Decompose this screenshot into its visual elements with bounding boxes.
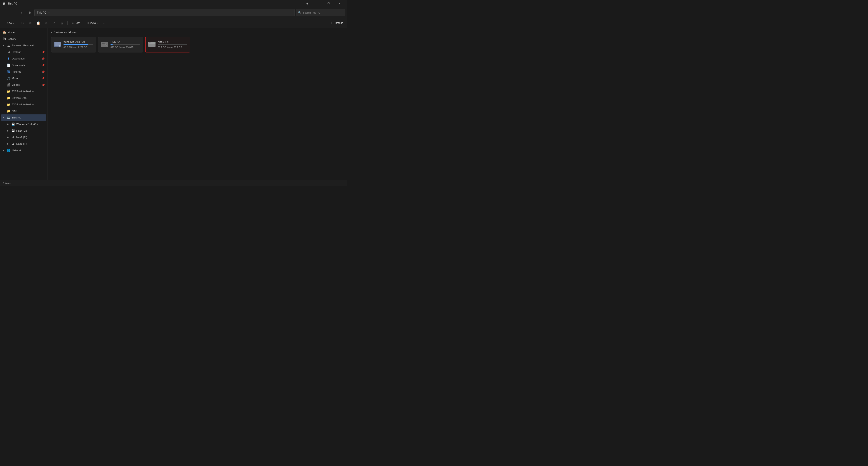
sidebar-item-nas1-f1[interactable]: ▶ 🖧 Nas1 (F:) xyxy=(1,134,46,141)
toolbar: + New ▾ ✂ ⧉ 📋 ✏ ↗ 🗑 ⇅ Sort ▾ ⊞ View ▾ … … xyxy=(0,18,347,28)
drive-icon-hdd-d xyxy=(101,41,108,48)
refresh-button[interactable]: ↻ xyxy=(26,9,33,16)
network-label: Network xyxy=(12,149,21,152)
sidebar-item-videos[interactable]: 🎬 Videos 📌 xyxy=(1,82,46,88)
sidebar-item-gallery[interactable]: 🖼 Gallery xyxy=(1,36,46,42)
new-tab-button[interactable]: + xyxy=(304,1,311,6)
more-label: … xyxy=(103,22,105,25)
svg-point-5 xyxy=(106,44,107,45)
sidebar-item-nas1-f2[interactable]: ▶ 🖧 Nas1 (F:) xyxy=(1,141,46,147)
progress-fill-hdd-d xyxy=(111,44,113,45)
folder-icon-shivankdan: 📁 xyxy=(7,96,10,100)
downloads-icon: ⬇ xyxy=(7,57,10,60)
maximize-button[interactable]: ❐ xyxy=(323,0,334,7)
drive-item-nas1-f[interactable]: Nas1 (F:) 58.1 GB free of 58.2 GB xyxy=(145,37,190,53)
details-button[interactable]: ⊟ Details xyxy=(329,19,345,27)
folder-label-ay25-2: AY25-WinterHolida... xyxy=(12,103,36,106)
documents-icon: 📄 xyxy=(7,63,10,67)
view-button[interactable]: ⊞ View ▾ xyxy=(84,19,100,27)
sidebar-item-ay25-2[interactable]: 📁 AY25-WinterHolida... xyxy=(1,101,46,107)
address-bar[interactable]: This PC > xyxy=(34,9,295,16)
window-controls: — ❐ ✕ xyxy=(312,0,344,7)
pin-icon-documents: 📌 xyxy=(42,64,44,66)
forward-button[interactable]: → xyxy=(10,9,17,16)
toolbar-sep-1 xyxy=(18,21,18,25)
share-button[interactable]: ↗ xyxy=(51,19,58,27)
music-icon: 🎵 xyxy=(7,76,10,80)
rename-button[interactable]: ✏ xyxy=(43,19,50,27)
progress-bar-windows-c xyxy=(64,44,93,45)
thispc-label: This PC xyxy=(12,116,21,119)
drive-name-hdd-d: HDD (D:) xyxy=(111,40,141,43)
home-label: Home xyxy=(8,31,15,34)
drive-item-windows-c[interactable]: Windows Disk (C:) 43.8 GB free of 237 GB xyxy=(51,37,96,53)
sidebar-item-nas[interactable]: 📁 NAS xyxy=(1,108,46,114)
downloads-label: Downloads xyxy=(12,57,25,60)
search-bar[interactable]: 🔍 Search This PC xyxy=(296,9,345,16)
more-button[interactable]: … xyxy=(101,19,108,27)
new-button[interactable]: + New ▾ xyxy=(2,19,16,27)
content-area: ▾ Devices and drives Windows Disk (C:) xyxy=(48,28,347,180)
sidebar-item-hdd-d[interactable]: ▶ 💾 HDD (D:) xyxy=(1,127,46,134)
drive-label-nas1-f1: Nas1 (F:) xyxy=(16,136,27,138)
expand-icon-nas1-f1: ▶ xyxy=(7,136,10,138)
svg-rect-6 xyxy=(102,43,105,44)
navbar: ← → ↑ ↻ This PC > 🔍 Search This PC xyxy=(0,7,347,18)
pictures-label: Pictures xyxy=(12,70,21,73)
sort-icon: ⇅ xyxy=(71,21,74,25)
sidebar-item-network[interactable]: ▶ 🌐 Network xyxy=(1,147,46,154)
drive-name-windows-c: Windows Disk (C:) xyxy=(64,40,93,43)
expand-icon-thispc: ▾ xyxy=(3,117,5,119)
details-label: Details xyxy=(335,22,343,25)
cut-button[interactable]: ✂ xyxy=(19,19,26,27)
new-chevron: ▾ xyxy=(13,22,14,24)
progress-bar-hdd-d xyxy=(111,44,141,45)
delete-button[interactable]: 🗑 xyxy=(58,19,66,27)
pin-icon-desktop: 📌 xyxy=(42,51,44,53)
sidebar-item-pictures[interactable]: 🖼 Pictures 📌 xyxy=(1,68,46,75)
share-icon: ↗ xyxy=(53,21,56,25)
sidebar-item-desktop[interactable]: 🖥 Desktop 📌 xyxy=(1,49,46,55)
minimize-button[interactable]: — xyxy=(312,0,323,7)
sidebar-item-shivankdan[interactable]: 📁 Shivank Dan xyxy=(1,95,46,101)
sidebar-item-ay25-1[interactable]: 📁 AY25-WinterHolida... xyxy=(1,88,46,94)
back-button[interactable]: ← xyxy=(2,9,9,16)
sidebar-item-home[interactable]: 🏠 Home xyxy=(1,29,46,35)
search-icon: 🔍 xyxy=(298,11,302,14)
copy-button[interactable]: ⧉ xyxy=(27,19,34,27)
view-label: View xyxy=(90,22,96,25)
music-label: Music xyxy=(12,77,19,80)
desktop-icon: 🖥 xyxy=(7,50,10,54)
close-button[interactable]: ✕ xyxy=(334,0,344,7)
thispc-icon: 💻 xyxy=(7,116,10,119)
drive-info-hdd-d: HDD (D:) 870 GB free of 930 GB xyxy=(111,40,141,49)
new-label: New xyxy=(6,22,12,25)
sidebar-item-documents[interactable]: 📄 Documents 📌 xyxy=(1,62,46,68)
videos-label: Videos xyxy=(12,84,20,86)
sidebar-item-windows-c[interactable]: ▶ 💾 Windows Disk (C:) xyxy=(1,121,46,127)
svg-point-10 xyxy=(154,42,155,43)
drive-space-nas1-f: 58.1 GB free of 58.2 GB xyxy=(158,46,187,49)
address-path: This PC xyxy=(37,11,46,14)
drive-item-hdd-d[interactable]: HDD (D:) 870 GB free of 930 GB xyxy=(98,37,143,53)
view-icon: ⊞ xyxy=(87,21,89,25)
pin-icon-music: 📌 xyxy=(42,77,44,80)
expand-icon-windows-c: ▶ xyxy=(7,123,10,125)
pin-icon-videos: 📌 xyxy=(42,84,44,86)
sidebar-item-thispc[interactable]: ▾ 💻 This PC xyxy=(1,115,46,121)
sidebar-item-shivank[interactable]: ▶ ☁ Shivank - Personal xyxy=(1,42,46,49)
drive-name-nas1-f: Nas1 (F:) xyxy=(158,40,187,43)
up-button[interactable]: ↑ xyxy=(18,9,25,16)
sort-chevron: ▾ xyxy=(81,22,82,24)
sidebar-item-music[interactable]: 🎵 Music 📌 xyxy=(1,75,46,82)
paste-button[interactable]: 📋 xyxy=(34,19,42,27)
titlebar: 🖥 This PC + — ❐ ✕ xyxy=(0,0,347,7)
folder-icon-nas: 📁 xyxy=(7,109,10,113)
drive-icon-nas1-f xyxy=(148,41,156,48)
paste-icon: 📋 xyxy=(36,21,40,25)
sort-button[interactable]: ⇅ Sort ▾ xyxy=(69,19,84,27)
section-label: Devices and drives xyxy=(54,31,76,34)
sidebar-item-downloads[interactable]: ⬇ Downloads 📌 xyxy=(1,55,46,62)
expand-icon-nas1-f2: ▶ xyxy=(7,143,10,145)
statusbar-sep: | xyxy=(12,182,13,185)
